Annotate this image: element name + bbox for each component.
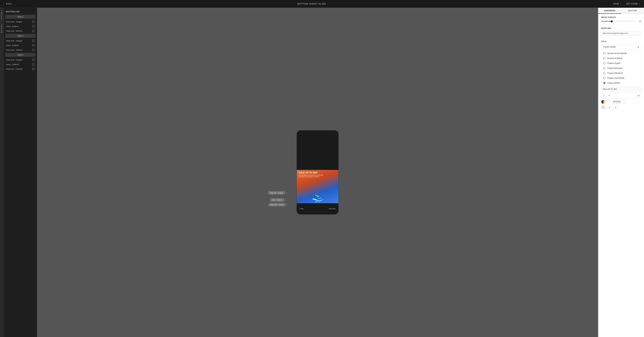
back-arrow-icon: ←: [3, 3, 5, 5]
right-panel-tabs: CONTENTS BUTTON: [598, 8, 644, 14]
title-text-input[interactable]: [601, 87, 641, 91]
list-item[interactable]: shop now - button2: [4, 48, 37, 52]
color-swatch-white[interactable]: [606, 100, 610, 104]
chevron-up-icon: ▲: [637, 46, 639, 48]
shop-image-label-box[interactable]: shop now - image1: [268, 191, 285, 194]
label-close: close - button1 ✏: [270, 198, 286, 202]
label-shop-image: shop now - image1 ✏: [268, 191, 287, 194]
align-right-button[interactable]: ⇥: [613, 105, 618, 109]
radio-montserrat-bold: [603, 57, 606, 59]
font-option-label: Montserrat [SemiBold]: [607, 52, 626, 54]
radio-poppins-semibold: [603, 77, 606, 79]
title-label: TITLE: [601, 40, 641, 42]
color-hex-input[interactable]: [612, 100, 626, 104]
item-label: shop now - image2: [6, 40, 22, 42]
image-radius-label: IMAGE RADIUS: [601, 16, 641, 18]
list-item[interactable]: shop now - image1: [4, 19, 37, 24]
vtab-button1[interactable]: BUTTON 1: [0, 8, 4, 21]
font-option-label: Poppins [SemiBold]: [607, 77, 624, 79]
vtab-button2[interactable]: BUTTON 2: [0, 21, 4, 35]
font-selected-label: Poppins [Bold]: [603, 46, 616, 48]
sale-subtitle: Get a designer brand products at a sale …: [298, 174, 324, 178]
font-option-label: Poppins [Bold]: [607, 82, 620, 84]
canvas-area: shop now - image1 ✏ close - button1 ✏ sh…: [37, 8, 598, 337]
back-label: BACK: [6, 3, 12, 5]
tab-button[interactable]: BUTTON: [621, 8, 644, 14]
shopnow-label-box[interactable]: shop now - button1: [269, 203, 286, 206]
slider-track[interactable]: [601, 21, 636, 21]
list-item[interactable]: shop now - button3: [4, 67, 37, 71]
close-edit-icon[interactable]: ✏: [284, 199, 286, 201]
align-left-button[interactable]: ⇤: [601, 105, 606, 109]
close-label-box[interactable]: close - button1: [270, 198, 284, 202]
font-size-input[interactable]: [612, 95, 641, 97]
item-checkbox[interactable]: [32, 49, 35, 51]
color-picker-multi[interactable]: [601, 100, 605, 104]
left-sidebar: BUTTON 1 BUTTON 2 BUTTON LIST Slide 1 sh…: [0, 8, 37, 337]
deeplink-input[interactable]: [601, 31, 641, 35]
image-radius-section: IMAGE RADIUS 16: [598, 14, 644, 25]
radio-poppins-medium: [603, 72, 606, 74]
slide-2-header: Slide 2: [5, 34, 36, 38]
align-center-button[interactable]: ≡: [607, 105, 612, 109]
font-option-poppins-medium[interactable]: Poppins [Medium]: [601, 71, 641, 75]
font-dropdown[interactable]: Poppins [Bold] ▲: [601, 44, 641, 49]
item-label: shop now - button1: [6, 30, 22, 32]
item-checkbox[interactable]: [32, 20, 35, 23]
list-item[interactable]: close - button3: [4, 62, 37, 67]
font-option-montserrat-bold[interactable]: Montserrat [Bold]: [601, 56, 641, 61]
phone-frame: 👟 SALE UP TO 30% Get a designer brand pr…: [296, 130, 339, 215]
getcode-button[interactable]: GET CODE ↑: [624, 2, 641, 6]
font-option-list: Montserrat [SemiBold] Montserrat [Bold] …: [601, 51, 641, 86]
save-button[interactable]: SAVE ↑: [612, 2, 622, 6]
save-label: SAVE: [613, 3, 619, 5]
align-row: ⇤ ≡ ⇥: [601, 105, 641, 109]
shop-image-edit-icon[interactable]: ✏: [286, 192, 287, 194]
list-item[interactable]: shop now - image2: [4, 38, 37, 43]
getcode-label: GET CODE: [626, 3, 638, 5]
list-item[interactable]: close - button2: [4, 43, 37, 48]
stepper-minus-button[interactable]: −: [601, 93, 606, 98]
slider-row: 16: [601, 20, 641, 22]
tab-contents[interactable]: CONTENTS: [598, 8, 621, 14]
back-button[interactable]: ← BACK: [3, 3, 12, 5]
sidebar-title: BUTTON LIST: [4, 9, 37, 14]
sale-title: SALE UP TO 30%: [298, 171, 324, 174]
item-checkbox[interactable]: [32, 68, 35, 70]
deeplink-label: DEEPLINK: [601, 27, 641, 29]
item-checkbox[interactable]: [32, 63, 35, 66]
list-item[interactable]: close - button1: [4, 24, 37, 28]
font-option-poppins-regular[interactable]: Poppins [Regular]: [601, 66, 641, 71]
item-label: close - button3: [6, 63, 19, 65]
list-item[interactable]: shop now - button1: [4, 28, 37, 33]
slider-thumb[interactable]: [611, 20, 613, 22]
font-option-poppins-bold[interactable]: Poppins [Bold]: [601, 80, 641, 85]
item-checkbox[interactable]: [32, 44, 35, 46]
item-label: shop now - button3: [6, 68, 22, 70]
right-panel: CONTENTS BUTTON IMAGE RADIUS 16 DEEPLINK…: [598, 8, 644, 337]
item-label: shop now - image3: [6, 59, 22, 61]
bottom-sheet: 👟 SALE UP TO 30% Get a designer brand pr…: [297, 170, 338, 214]
item-checkbox[interactable]: [32, 58, 35, 61]
close-button[interactable]: Close: [300, 208, 304, 210]
font-option-montserrat-semibold[interactable]: Montserrat [SemiBold]: [601, 51, 641, 56]
font-option-poppins-light[interactable]: Poppins [Light]: [601, 61, 641, 66]
align-left-icon: ⇤: [602, 106, 604, 108]
align-center-icon: ≡: [609, 106, 610, 108]
see-more-button[interactable]: See more: [329, 208, 336, 210]
slide-3-header: Slide 3: [5, 53, 36, 57]
font-option-label: Poppins [Light]: [607, 62, 620, 64]
item-checkbox[interactable]: [32, 39, 35, 42]
phone-container: shop now - image1 ✏ close - button1 ✏ sh…: [296, 130, 339, 215]
item-checkbox[interactable]: [32, 25, 35, 27]
stepper-plus-button[interactable]: +: [606, 93, 612, 98]
phone-top-area: [297, 130, 338, 170]
save-upload-icon: ↑: [620, 3, 621, 5]
getcode-upload-icon: ↑: [639, 3, 640, 5]
item-checkbox[interactable]: [32, 30, 35, 32]
list-item[interactable]: shop now - image3: [4, 57, 37, 62]
item-label: shop now - button2: [6, 49, 22, 51]
radio-poppins-light: [603, 62, 606, 64]
shopnow-edit-icon[interactable]: ✏: [286, 204, 288, 206]
font-option-poppins-semibold[interactable]: Poppins [SemiBold]: [601, 75, 641, 80]
